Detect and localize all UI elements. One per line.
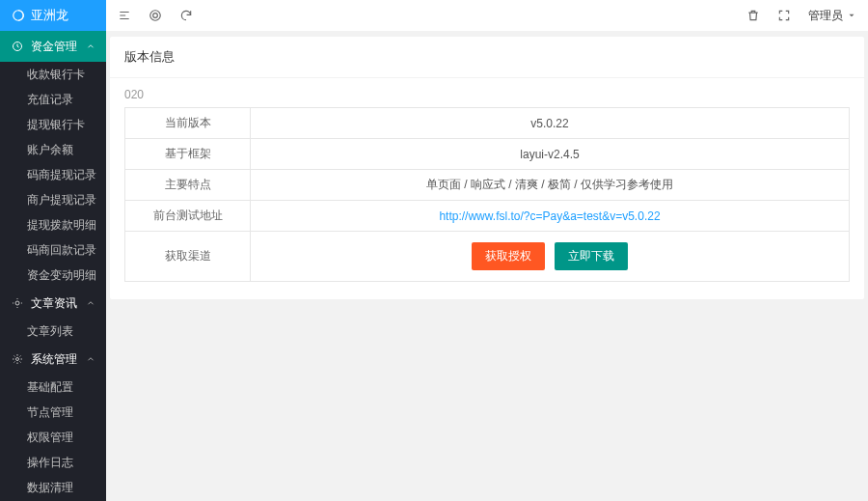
chevron-up-icon <box>85 42 96 51</box>
logo[interactable]: 亚洲龙 <box>0 0 106 31</box>
sidebar-item[interactable]: 提现拨款明细 <box>0 212 106 237</box>
topbar: 管理员 <box>106 0 868 31</box>
trash-icon[interactable] <box>746 9 760 22</box>
sidebar-item[interactable]: 提现银行卡 <box>0 112 106 137</box>
row-value: http://www.fsl.to/?c=Pay&a=test&v=v5.0.2… <box>251 201 850 232</box>
test-url-link[interactable]: http://www.fsl.to/?c=Pay&a=test&v=v5.0.2… <box>439 209 660 223</box>
sidebar-item[interactable]: 数据清理 <box>0 475 106 500</box>
row-key: 前台测试地址 <box>125 201 251 232</box>
sidebar-group-label: 系统管理 <box>31 351 85 368</box>
sidebar-item-label: 账户余额 <box>27 143 73 156</box>
fullscreen-icon[interactable] <box>777 9 791 22</box>
sidebar-item-label: 操作日志 <box>27 456 73 469</box>
chevron-up-icon <box>85 298 96 308</box>
sidebar-item-label: 数据清理 <box>27 481 73 494</box>
sidebar-item-label: 码商回款记录 <box>27 243 96 257</box>
sidebar-item[interactable]: 资金变动明细 <box>0 263 106 288</box>
info-table: 当前版本 v5.0.22 基于框架 layui-v2.4.5 主要特点 单页面 … <box>124 107 850 282</box>
table-row: 前台测试地址 http://www.fsl.to/?c=Pay&a=test&v… <box>125 201 850 232</box>
svg-point-4 <box>150 11 161 21</box>
table-row: 基于框架 layui-v2.4.5 <box>125 139 850 170</box>
get-license-button[interactable]: 获取授权 <box>472 242 545 270</box>
sidebar-group-label: 文章资讯 <box>31 295 85 312</box>
download-button[interactable]: 立即下载 <box>555 242 628 270</box>
gear-icon <box>10 353 25 365</box>
refresh-icon[interactable] <box>179 9 193 22</box>
caret-down-icon <box>847 11 856 20</box>
row-key: 当前版本 <box>125 108 251 139</box>
sidebar-group-label: 资金管理 <box>31 39 85 55</box>
sidebar: 亚洲龙 资金管理 收款银行卡 充值记录 提现银行卡 账户余额 码商提现记录 商户… <box>0 0 106 501</box>
table-row: 获取渠道 获取授权 立即下载 <box>125 232 850 282</box>
menu-collapse-icon[interactable] <box>118 9 131 22</box>
sidebar-item[interactable]: 节点管理 <box>0 400 106 425</box>
sidebar-item-label: 节点管理 <box>27 405 73 419</box>
sidebar-item[interactable]: 收款银行卡 <box>0 62 106 87</box>
sidebar-item[interactable]: 码商提现记录 <box>0 162 106 187</box>
sidebar-nav: 资金管理 收款银行卡 充值记录 提现银行卡 账户余额 码商提现记录 商户提现记录… <box>0 31 106 501</box>
sidebar-item[interactable]: 商户提现记录 <box>0 187 106 212</box>
row-key: 获取渠道 <box>125 232 251 282</box>
main: 管理员 版本信息 020 当前版本 v5.0.22 <box>106 0 868 501</box>
sidebar-item-label: 权限管理 <box>27 431 73 444</box>
row-key: 主要特点 <box>125 170 251 201</box>
sidebar-group-articles[interactable]: 文章资讯 <box>0 288 106 319</box>
home-icon[interactable] <box>149 9 162 22</box>
logo-text: 亚洲龙 <box>31 7 68 24</box>
sidebar-item[interactable]: 码商回款记录 <box>0 237 106 263</box>
sidebar-item-label: 文章列表 <box>27 324 73 338</box>
sidebar-item-label: 资金变动明细 <box>27 268 96 282</box>
sidebar-item[interactable]: 基础配置 <box>0 375 106 400</box>
sidebar-group-funds[interactable]: 资金管理 <box>0 31 106 62</box>
table-row: 主要特点 单页面 / 响应式 / 清爽 / 极简 / 仅供学习参考使用 <box>125 170 850 201</box>
sidebar-item-label: 基础配置 <box>27 380 73 394</box>
row-value: 单页面 / 响应式 / 清爽 / 极简 / 仅供学习参考使用 <box>251 170 850 201</box>
sidebar-item-label: 提现银行卡 <box>27 118 85 131</box>
version-card: 版本信息 020 当前版本 v5.0.22 基于框架 layui-v2.4.5 <box>110 37 864 299</box>
row-value: v5.0.22 <box>251 108 850 139</box>
sidebar-item-label: 商户提现记录 <box>27 193 96 207</box>
sidebar-item[interactable]: 账户余额 <box>0 137 106 162</box>
row-value: 获取授权 立即下载 <box>251 232 850 282</box>
sidebar-item-label: 码商提现记录 <box>27 168 96 181</box>
sidebar-group-system[interactable]: 系统管理 <box>0 344 106 375</box>
sidebar-item-label: 充值记录 <box>27 93 73 106</box>
chevron-up-icon <box>85 354 96 364</box>
sidebar-item[interactable]: 文章列表 <box>0 319 106 344</box>
table-row: 当前版本 v5.0.22 <box>125 108 850 139</box>
row-key: 基于框架 <box>125 139 251 170</box>
svg-point-3 <box>16 358 19 361</box>
svg-point-2 <box>15 301 19 305</box>
sidebar-item-label: 收款银行卡 <box>27 68 85 81</box>
admin-menu[interactable]: 管理员 <box>808 8 856 24</box>
admin-label: 管理员 <box>808 8 843 24</box>
row-value: layui-v2.4.5 <box>251 139 850 170</box>
card-subcode: 020 <box>124 88 850 101</box>
svg-point-5 <box>153 14 158 18</box>
card-title: 版本信息 <box>110 37 864 78</box>
sidebar-item[interactable]: 权限管理 <box>0 425 106 450</box>
sidebar-item[interactable]: 充值记录 <box>0 87 106 112</box>
doc-icon <box>10 297 25 309</box>
dashboard-icon <box>10 41 25 52</box>
sidebar-item-label: 提现拨款明细 <box>27 218 96 232</box>
logo-icon <box>12 9 25 22</box>
sidebar-item[interactable]: 操作日志 <box>0 450 106 475</box>
